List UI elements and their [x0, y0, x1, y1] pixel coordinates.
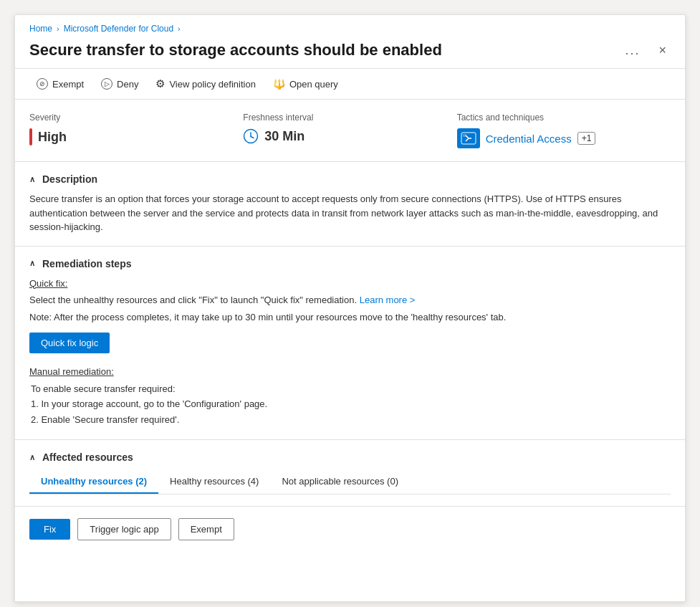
affected-resources-header[interactable]: ∧ Affected resources	[29, 451, 671, 463]
tactic-plus-badge: +1	[577, 132, 596, 145]
toolbar: ⊘ Exempt ▷ Deny ⚙ View policy definition…	[15, 68, 685, 100]
manual-label: Manual remediation:	[29, 365, 671, 379]
breadcrumb: Home › Microsoft Defender for Cloud ›	[15, 15, 685, 38]
manual-step0: To enable secure transfer required:	[31, 382, 671, 396]
metrics-row: Severity High Freshness interval 30 Min …	[15, 100, 685, 162]
breadcrumb-defender[interactable]: Microsoft Defender for Cloud	[64, 24, 173, 34]
severity-label: Severity	[29, 113, 243, 123]
severity-block: Severity High	[29, 113, 243, 145]
manual-step2: 2. Enable 'Secure transfer required'.	[31, 413, 671, 427]
freshness-label: Freshness interval	[243, 113, 456, 123]
tab-unhealthy[interactable]: Unhealthy resources (2)	[29, 470, 158, 494]
breadcrumb-sep2: ›	[178, 24, 181, 33]
description-title: Description	[42, 173, 97, 185]
breadcrumb-sep1: ›	[57, 24, 59, 33]
svg-line-2	[251, 137, 254, 138]
tab-not-applicable[interactable]: Not applicable resources (0)	[270, 470, 410, 494]
freshness-block: Freshness interval 30 Min	[243, 113, 456, 144]
bottom-exempt-button[interactable]: Exempt	[178, 518, 234, 540]
quick-fix-text: Select the unhealthy resources and click…	[29, 293, 671, 307]
tactics-block: Tactics and techniques Credential Access…	[457, 113, 671, 148]
severity-value: High	[29, 128, 243, 145]
more-options-button[interactable]: ...	[620, 42, 644, 59]
view-policy-icon: ⚙	[155, 77, 165, 90]
header-actions: ... ×	[620, 42, 671, 59]
close-button[interactable]: ×	[654, 42, 671, 59]
affected-resources-section: ∧ Affected resources Unhealthy resources…	[15, 440, 685, 506]
tactic-link[interactable]: Credential Access	[486, 133, 572, 145]
quick-fix-label: Quick fix:	[29, 277, 671, 291]
breadcrumb-home[interactable]: Home	[29, 24, 52, 34]
manual-step1: 1. In your storage account, go to the 'C…	[31, 397, 671, 411]
quick-fix-note: Note: After the process completes, it ma…	[29, 310, 671, 325]
deny-button[interactable]: ▷ Deny	[94, 75, 145, 92]
remediation-header[interactable]: ∧ Remediation steps	[29, 258, 671, 269]
remediation-chevron: ∧	[29, 259, 35, 268]
bottom-bar: Fix Trigger logic app Exempt	[15, 506, 685, 552]
quick-fix-logic-button[interactable]: Quick fix logic	[29, 333, 110, 353]
fix-button[interactable]: Fix	[29, 519, 70, 540]
deny-icon: ▷	[101, 78, 112, 90]
open-query-icon: 🔱	[273, 78, 285, 90]
page-title: Secure transfer to storage accounts shou…	[29, 41, 620, 59]
tactic-icon	[457, 128, 480, 148]
main-panel: Home › Microsoft Defender for Cloud › Se…	[14, 14, 686, 602]
affected-resources-title: Affected resources	[42, 451, 133, 463]
tab-healthy[interactable]: Healthy resources (4)	[158, 470, 270, 494]
description-header[interactable]: ∧ Description	[29, 173, 671, 185]
tactic-badge: Credential Access +1	[457, 128, 671, 148]
freshness-value: 30 Min	[243, 128, 456, 144]
remediation-title: Remediation steps	[42, 258, 131, 269]
open-query-button[interactable]: 🔱 Open query	[266, 75, 345, 92]
description-text: Secure transfer is an option that forces…	[29, 193, 658, 232]
learn-more-link[interactable]: Learn more >	[360, 295, 416, 305]
description-body: Secure transfer is an option that forces…	[29, 192, 671, 234]
trigger-logic-app-button[interactable]: Trigger logic app	[77, 518, 171, 540]
manual-steps: To enable secure transfer required: 1. I…	[29, 382, 671, 427]
description-section: ∧ Description Secure transfer is an opti…	[15, 162, 685, 247]
remediation-section: ∧ Remediation steps Quick fix: Select th…	[15, 247, 685, 441]
clock-icon	[243, 128, 259, 144]
tactics-label: Tactics and techniques	[457, 113, 671, 123]
description-chevron: ∧	[29, 175, 35, 184]
header-row: Secure transfer to storage accounts shou…	[15, 38, 685, 68]
view-policy-button[interactable]: ⚙ View policy definition	[148, 75, 262, 93]
remediation-body: Quick fix: Select the unhealthy resource…	[29, 277, 671, 427]
affected-chevron: ∧	[29, 453, 35, 462]
exempt-button[interactable]: ⊘ Exempt	[29, 75, 91, 92]
exempt-icon: ⊘	[37, 78, 48, 90]
svg-rect-4	[463, 134, 466, 137]
severity-bar	[29, 128, 32, 145]
affected-resources-tabs: Unhealthy resources (2) Healthy resource…	[29, 470, 671, 494]
